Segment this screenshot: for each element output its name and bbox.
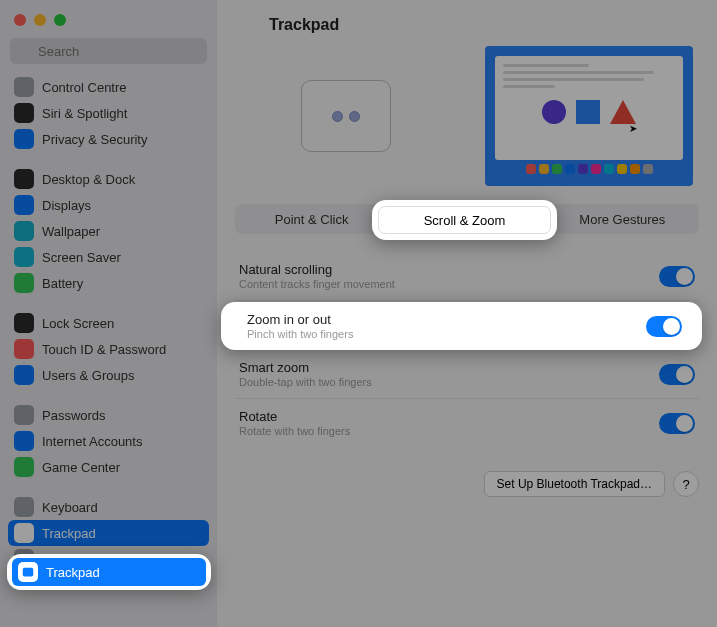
dock-icon — [552, 164, 562, 174]
sidebar-icon — [14, 273, 34, 293]
sidebar-item-lock-screen[interactable]: Lock Screen — [8, 310, 209, 336]
setting-subtitle: Content tracks finger movement — [239, 278, 395, 290]
setting-row-natural-scrolling: Natural scrollingContent tracks finger m… — [235, 252, 699, 300]
screen-illustration: ➤ — [485, 46, 693, 186]
toggle-switch[interactable] — [659, 266, 695, 287]
highlight-setting-zoom: Zoom in or out Pinch with two fingers — [221, 302, 702, 350]
search-input[interactable] — [10, 38, 207, 64]
fullscreen-icon[interactable] — [54, 14, 66, 26]
sidebar-item-label: Wallpaper — [42, 224, 100, 239]
sidebar-item-label: Game Center — [42, 460, 120, 475]
sidebar-item-label: Control Centre — [42, 80, 127, 95]
sidebar-nav: Control CentreSiri & SpotlightPrivacy & … — [0, 74, 217, 572]
sidebar-item-desktop-dock[interactable]: Desktop & Dock — [8, 166, 209, 192]
sidebar-icon — [14, 339, 34, 359]
dock-icon — [630, 164, 640, 174]
sidebar-item-passwords[interactable]: Passwords — [8, 402, 209, 428]
minimize-icon[interactable] — [34, 14, 46, 26]
svg-rect-2 — [23, 568, 34, 577]
sidebar-item-trackpad[interactable]: Trackpad — [8, 520, 209, 546]
setting-row-smart-zoom: Smart zoomDouble-tap with two fingers — [235, 349, 699, 398]
setting-row-rotate: RotateRotate with two fingers — [235, 398, 699, 447]
sidebar: Control CentreSiri & SpotlightPrivacy & … — [0, 0, 217, 627]
footer-row: Set Up Bluetooth Trackpad… ? — [235, 471, 699, 497]
sidebar-item-label: Trackpad — [42, 526, 96, 541]
circle-icon — [542, 100, 566, 124]
dock-icon — [591, 164, 601, 174]
dock-icon — [604, 164, 614, 174]
sidebar-item-trackpad[interactable]: Trackpad — [12, 558, 206, 586]
sidebar-item-displays[interactable]: Displays — [8, 192, 209, 218]
setting-title: Zoom in or out — [247, 312, 353, 327]
sidebar-item-label: Users & Groups — [42, 368, 134, 383]
setting-title: Natural scrolling — [239, 262, 395, 277]
dock-icon — [526, 164, 536, 174]
toggle-switch[interactable] — [659, 413, 695, 434]
page-title: Trackpad — [235, 16, 699, 34]
setting-subtitle: Double-tap with two fingers — [239, 376, 372, 388]
sidebar-icon — [14, 77, 34, 97]
sidebar-item-wallpaper[interactable]: Wallpaper — [8, 218, 209, 244]
finger-dot-icon — [332, 111, 343, 122]
dock-icon — [565, 164, 575, 174]
sidebar-item-label: Touch ID & Password — [42, 342, 166, 357]
sidebar-item-label: Privacy & Security — [42, 132, 147, 147]
setting-title: Smart zoom — [239, 360, 372, 375]
sidebar-item-label: Displays — [42, 198, 91, 213]
sidebar-icon — [14, 195, 34, 215]
dock-icon — [539, 164, 549, 174]
setting-title: Rotate — [239, 409, 350, 424]
window-controls — [0, 10, 217, 38]
sidebar-icon — [14, 405, 34, 425]
sidebar-item-label: Screen Saver — [42, 250, 121, 265]
sidebar-item-siri-spotlight[interactable]: Siri & Spotlight — [8, 100, 209, 126]
preview-row: ➤ — [235, 46, 699, 186]
tab-scroll-zoom[interactable]: Scroll & Zoom — [378, 206, 551, 234]
tab-point-click[interactable]: Point & Click — [235, 204, 388, 234]
sidebar-item-label: Lock Screen — [42, 316, 114, 331]
trackpad-illustration — [301, 80, 391, 152]
finger-dot-icon — [349, 111, 360, 122]
sidebar-icon — [14, 313, 34, 333]
sidebar-item-label: Siri & Spotlight — [42, 106, 127, 121]
sidebar-item-privacy-security[interactable]: Privacy & Security — [8, 126, 209, 152]
square-icon — [576, 100, 600, 124]
sidebar-item-internet-accounts[interactable]: Internet Accounts — [8, 428, 209, 454]
setting-subtitle: Pinch with two fingers — [247, 328, 353, 340]
toggle-switch[interactable] — [659, 364, 695, 385]
sidebar-item-keyboard[interactable]: Keyboard — [8, 494, 209, 520]
sidebar-icon — [14, 523, 34, 543]
sidebar-item-control-centre[interactable]: Control Centre — [8, 74, 209, 100]
dock-icon — [578, 164, 588, 174]
sidebar-icon — [14, 457, 34, 477]
sidebar-icon — [14, 497, 34, 517]
sidebar-item-label: Passwords — [42, 408, 106, 423]
help-button[interactable]: ? — [673, 471, 699, 497]
dock-icon — [643, 164, 653, 174]
highlight-sidebar-trackpad: Trackpad — [7, 554, 211, 590]
sidebar-icon — [14, 431, 34, 451]
sidebar-icon — [14, 247, 34, 267]
cursor-icon: ➤ — [629, 123, 637, 134]
sidebar-icon — [14, 103, 34, 123]
sidebar-item-label: Internet Accounts — [42, 434, 142, 449]
highlight-tab-scroll-zoom: Scroll & Zoom — [372, 200, 557, 240]
sidebar-icon — [14, 129, 34, 149]
sidebar-item-users-groups[interactable]: Users & Groups — [8, 362, 209, 388]
sidebar-item-label: Battery — [42, 276, 83, 291]
sidebar-item-label: Keyboard — [42, 500, 98, 515]
sidebar-icon — [14, 365, 34, 385]
setup-bluetooth-trackpad-button[interactable]: Set Up Bluetooth Trackpad… — [484, 471, 665, 497]
dock-icon — [617, 164, 627, 174]
sidebar-item-label: Desktop & Dock — [42, 172, 135, 187]
sidebar-item-battery[interactable]: Battery — [8, 270, 209, 296]
setting-subtitle: Rotate with two fingers — [239, 425, 350, 437]
close-icon[interactable] — [14, 14, 26, 26]
sidebar-item-touch-id-password[interactable]: Touch ID & Password — [8, 336, 209, 362]
triangle-icon — [610, 100, 636, 124]
tab-more-gestures[interactable]: More Gestures — [546, 204, 699, 234]
sidebar-item-game-center[interactable]: Game Center — [8, 454, 209, 480]
zoom-toggle[interactable] — [646, 316, 682, 337]
sidebar-item-screen-saver[interactable]: Screen Saver — [8, 244, 209, 270]
sidebar-icon — [14, 169, 34, 189]
